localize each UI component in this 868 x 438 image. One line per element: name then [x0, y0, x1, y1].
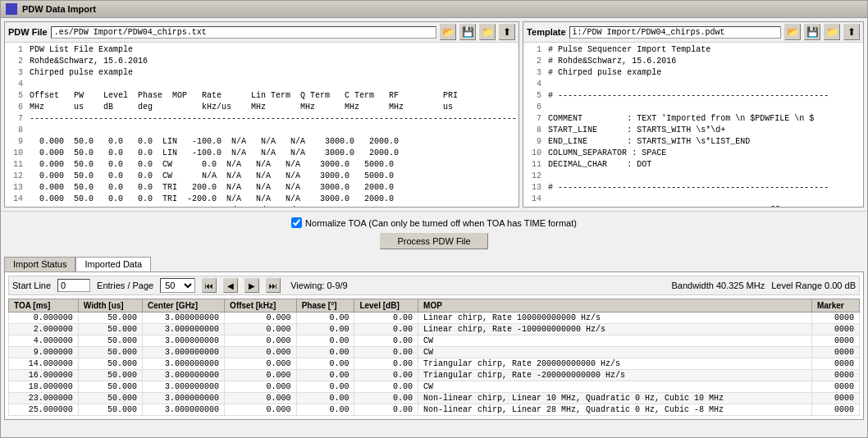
col-header-offset: Offset [kHz] — [225, 299, 297, 313]
template-text-line: 12 — [525, 171, 861, 182]
table-row: 23.000000 50.000 3.000000000 0.000 0.00 … — [9, 393, 860, 404]
template-up-button[interactable]: ⬆ — [843, 24, 860, 40]
cell-width: 50.000 — [78, 358, 142, 370]
file-text-line: 13 0.000 50.0 0.0 0.0 TRI 200.0 N/A N/A … — [7, 182, 517, 194]
bandwidth-label: Bandwidth 40.325 MHz — [671, 281, 765, 290]
file-panel-header: PDW File .es/PDW Import/PDW04_chirps.txt… — [5, 22, 519, 43]
line-number: 8 — [525, 125, 541, 136]
cell-center: 3.000000000 — [143, 335, 225, 347]
cell-level: 0.00 — [354, 370, 418, 381]
cell-marker: 0000 — [811, 393, 859, 404]
app-icon — [6, 3, 17, 15]
line-content: 0.000 50.0 0.0 0.0 CW 0.0 N/A N/A N/A 30… — [30, 159, 394, 171]
file-text-line: 5Offset PW Level Phase MOP Rate Lin Term… — [7, 90, 517, 102]
process-pdw-button[interactable]: Process PDW File — [380, 233, 487, 249]
cell-toa: 2.000000 — [9, 324, 79, 335]
line-content: END_LINE : STARTS_WITH \s*LIST_END — [548, 136, 750, 148]
line-content: Rohde&Schwarz, 15.6.2016 — [30, 56, 148, 67]
window-title: PDW Data Import — [22, 4, 96, 14]
cell-offset: 0.000 — [225, 404, 297, 416]
line-content: COLUMN_SEPARATOR : SPACE — [548, 148, 666, 159]
line-number: 7 — [7, 113, 23, 125]
cell-center: 3.000000000 — [143, 404, 225, 416]
cell-toa: 14.000000 — [9, 358, 79, 370]
cell-marker: 0000 — [811, 313, 859, 324]
col-header-center: Center [GHz] — [143, 299, 225, 313]
line-content: Offset PW Level Phase MOP Rate Lin Term … — [30, 90, 458, 102]
table-row: 14.000000 50.000 3.000000000 0.000 0.00 … — [9, 358, 860, 370]
cell-marker: 0000 — [811, 324, 859, 335]
line-number: 8 — [7, 125, 23, 136]
cell-toa: 4.000000 — [9, 335, 79, 347]
line-number: 14 — [525, 194, 541, 205]
cell-center: 3.000000000 — [143, 370, 225, 381]
cell-phase: 0.00 — [296, 324, 354, 335]
template-text-line: 2# Rohde&Schwarz, 15.6.2016 — [525, 56, 861, 67]
file-text-line: 1PDW List File Example — [7, 44, 517, 56]
normalize-toa-label: Normalize TOA (Can only be turned off wh… — [305, 218, 577, 228]
template-folder-button[interactable]: 📁 — [824, 24, 840, 40]
file-text-area: 1PDW List File Example2Rohde&Schwarz, 15… — [5, 43, 519, 207]
line-number: 1 — [525, 44, 541, 56]
line-number: 4 — [525, 79, 541, 90]
table-row: 4.000000 50.000 3.000000000 0.000 0.00 0… — [9, 335, 860, 347]
line-content: DECIMAL_CHAR : DOT — [548, 159, 651, 171]
main-window: PDW Data Import PDW File .es/PDW Import/… — [0, 0, 868, 438]
cell-mop: Linear chirp, Rate -100000000000 Hz/s — [418, 324, 812, 335]
tab-import-status[interactable]: Import Status — [4, 257, 75, 271]
title-bar: PDW Data Import — [1, 1, 867, 18]
file-text-line: 3Chirped pulse example — [7, 67, 517, 79]
line-content: # Chirped pulse example — [548, 67, 661, 79]
cell-phase: 0.00 — [296, 313, 354, 324]
cell-offset: 0.000 — [225, 324, 297, 335]
file-text-line: 8 — [7, 125, 517, 136]
normalize-toa-checkbox[interactable] — [291, 217, 302, 228]
viewing-label: Viewing: 0-9/9 — [290, 281, 348, 290]
line-content: 0.000 50.0 0.0 0.0 TRI 200.0 N/A N/A N/A… — [30, 182, 394, 194]
file-save-button[interactable]: 💾 — [459, 24, 476, 40]
line-number: 3 — [525, 67, 541, 79]
file-panel-label: PDW File — [8, 27, 48, 37]
cell-offset: 0.000 — [225, 370, 297, 381]
cell-mop: CW — [418, 347, 812, 358]
nav-last-button[interactable]: ⏭ — [266, 278, 281, 293]
file-up-button[interactable]: ⬆ — [499, 24, 515, 40]
nav-first-button[interactable]: ⏮ — [202, 278, 217, 293]
top-section: PDW File .es/PDW Import/PDW04_chirps.txt… — [1, 18, 867, 212]
line-number: 2 — [7, 56, 23, 67]
controls-bar: Start Line Entries / Page 50 100 200 ⏮ ◀… — [8, 276, 860, 295]
cell-phase: 0.00 — [296, 335, 354, 347]
template-text-line: 10COLUMN_SEPARATOR : SPACE — [525, 148, 861, 159]
line-number: 10 — [525, 148, 541, 159]
file-folder-button[interactable]: 📁 — [479, 24, 496, 40]
nav-prev-button[interactable]: ◀ — [223, 278, 238, 293]
table-row: 16.000000 50.000 3.000000000 0.000 0.00 … — [9, 370, 860, 381]
template-text-line: 5# -------------------------------------… — [525, 90, 861, 102]
template-save-button[interactable]: 💾 — [804, 24, 820, 40]
cell-phase: 0.00 — [296, 404, 354, 416]
line-content: 0.000 50.0 0.0 0.0 LIN -100.0 N/A N/A N/… — [30, 148, 399, 159]
table-row: 18.000000 50.000 3.000000000 0.000 0.00 … — [9, 381, 860, 393]
tab-imported-data[interactable]: Imported Data — [75, 257, 151, 271]
file-text-line: 9 0.000 50.0 0.0 0.0 LIN -100.0 N/A N/A … — [7, 136, 517, 148]
nav-next-button[interactable]: ▶ — [244, 278, 259, 293]
line-number: 6 — [7, 102, 23, 113]
cell-phase: 0.00 — [296, 370, 354, 381]
cell-width: 50.000 — [78, 404, 142, 416]
entries-per-page-select[interactable]: 50 100 200 — [160, 278, 195, 293]
cell-marker: 0000 — [811, 358, 859, 370]
line-number: 5 — [7, 90, 23, 102]
table-row: 9.000000 50.000 3.000000000 0.000 0.00 0… — [9, 347, 860, 358]
level-range-label: Level Range 0.00 dB — [771, 281, 856, 290]
file-open-button[interactable]: 📂 — [440, 24, 456, 40]
line-content: MHz us dB deg kHz/us MHz MHz MHz MHz us — [30, 102, 453, 113]
template-open-button[interactable]: 📂 — [784, 24, 801, 40]
col-header-width: Width [us] — [78, 299, 142, 313]
line-number: 13 — [525, 182, 541, 194]
file-text-line: 6MHz us dB deg kHz/us MHz MHz MHz MHz us — [7, 102, 517, 113]
cell-mop: Non-linear chirp, Linear 28 MHz, Quadrat… — [418, 404, 812, 416]
line-content: 0.000 50.0 0.0 0.0 CW N/A N/A N/A N/A 30… — [30, 171, 394, 182]
file-text-line: 7---------------------------------------… — [7, 113, 517, 125]
line-number: 9 — [525, 136, 541, 148]
start-line-input[interactable] — [57, 279, 90, 292]
